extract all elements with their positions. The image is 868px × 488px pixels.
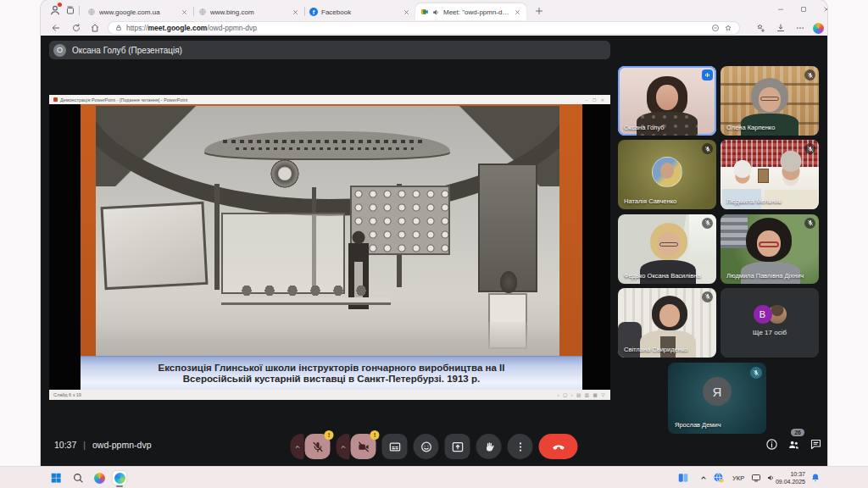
powerpoint-app-icon [53,97,58,102]
captions-button[interactable] [382,434,408,459]
audio-indicator-icon [702,69,713,80]
tab-row: www.google.com.uawww.bing.comfFacebookMe… [82,3,526,20]
present-button[interactable] [445,434,470,459]
monitor-icon [751,473,761,483]
caption-line-1: Експозиція Глинської школи інструкторів … [81,363,582,374]
raise-hand-button[interactable] [476,434,502,459]
taskbar-edge-button[interactable] [113,471,126,485]
participant-name: Федько Оксана Василівна [624,272,701,280]
tab-close-icon[interactable] [403,8,410,16]
participant-tile[interactable]: Наталія Савченко [618,140,716,209]
tab-close-icon[interactable] [514,8,521,16]
powerpoint-title-bar: Демонстрація PowerPoint - [Подання читан… [49,95,610,104]
participant-tile[interactable]: Світлана Свириденко [618,288,716,358]
participant-tile[interactable]: Людмила Мельник [721,140,819,209]
mic-off-button[interactable]: ! [305,434,331,459]
slide-counter: Слайд 6 з 19 [53,392,81,397]
tab-title: Meet: "owd-ppmn-dvp" [443,8,510,16]
downloads-icon[interactable] [776,23,786,33]
participant-tile[interactable]: Олена Карпенко [721,66,819,136]
browser-tab[interactable]: www.google.com.ua [82,3,193,20]
more-participants-tile[interactable]: ВЩе 17 осіб [721,288,819,358]
tab-close-icon[interactable] [181,8,188,16]
meeting-details-button[interactable] [765,438,778,451]
url-field[interactable]: https://meet.google.com/owd-ppmn-dvp [108,22,739,34]
network-status-icon[interactable] [712,471,726,485]
desktop: www.google.com.uawww.bing.comfFacebookMe… [0,0,868,488]
taskbar-clock[interactable]: 10:37 09.04.2025 [770,470,805,485]
maximize-icon [799,5,808,14]
divider [79,6,80,15]
powerpoint-view-icons[interactable]: ‹ ▢ › ▤ ▥ ▦ ▽ [558,392,606,397]
widgets-button[interactable] [676,471,690,485]
reactions-button[interactable] [414,434,439,459]
hidden-icons-button[interactable] [697,471,710,485]
powerpoint-window-buttons: – ☐ ✕ [586,97,606,103]
lock-icon [115,25,122,31]
search-icon [72,472,84,484]
camera-off-button[interactable]: ! [351,434,376,459]
window-minimize-button[interactable] [771,2,791,17]
mic-off-icon [702,218,713,229]
more-menu-icon[interactable] [795,23,805,33]
tab-close-icon[interactable] [292,8,299,16]
taskbar-search-button[interactable] [71,471,85,485]
copilot-icon[interactable] [813,23,824,34]
chevron-up-icon [293,443,301,451]
tab-favicon [420,8,429,16]
participant-name: Ярослав Демич [675,421,721,429]
browser-window: www.google.com.uawww.bing.comfFacebookMe… [41,0,827,466]
participant-name: Людмила Мельник [726,197,782,205]
participant-count-badge: 26 [791,429,804,436]
participant-name: Оксана Голуб [624,124,665,131]
back-icon[interactable] [51,23,61,33]
participant-tile[interactable]: Людмила Павлівна Діхнич [721,214,819,284]
taskbar-time: 10:37 [770,470,805,478]
collections-icon[interactable] [755,23,765,33]
taskbar-copilot-button[interactable] [92,471,106,485]
browser-tab[interactable]: fFacebook [304,3,415,20]
url-text: https://meet.google.com/owd-ppmn-dvp [126,24,257,32]
chat-button[interactable] [810,438,822,451]
end-call-button[interactable] [539,434,578,459]
stacked-avatars: В [721,305,819,324]
participant-tile[interactable]: Федько Оксана Василівна [618,214,716,284]
present-icon [451,441,464,453]
favorite-star-icon[interactable] [724,24,732,32]
slide: Експозиція Глинської школи інструкторів … [81,104,582,390]
edge-icon [114,473,125,484]
participant-name: Наталія Савченко [624,197,676,205]
camera-options-button[interactable] [337,434,350,459]
start-button[interactable] [49,471,63,485]
tab-audio-icon [432,8,440,16]
window-maximize-button[interactable] [793,2,814,17]
notifications-button[interactable] [809,471,822,485]
browser-tab[interactable]: www.bing.com [193,3,304,20]
slide-caption: Експозиція Глинської школи інструкторів … [81,356,582,390]
self-view-tile[interactable]: Я Ярослав Демич [668,363,766,434]
dots-v-icon [514,441,526,453]
mic-off-icon [750,367,762,379]
browser-essentials-icon[interactable] [711,24,720,32]
tab-actions-icon[interactable] [65,5,75,15]
refresh-icon[interactable] [71,23,81,33]
chevron-up-icon [339,443,347,451]
tab-favicon [198,8,207,16]
window-close-button[interactable] [816,2,827,17]
tab-strip: www.google.com.uawww.bing.comfFacebookMe… [41,0,827,20]
more-options-button[interactable] [508,434,533,459]
browser-tab[interactable]: Meet: "owd-ppmn-dvp" [415,3,526,20]
presenter-label: Оксана Голуб (Презентація) [72,46,182,55]
more-participants-label: Ще 17 осіб [721,329,819,336]
presenter-banner: О Оксана Голуб (Презентація) [49,41,610,59]
language-indicator[interactable]: УКР [732,474,744,482]
participant-tile[interactable]: Оксана Голуб [618,66,716,136]
cast-icon[interactable] [749,471,763,485]
participant-name: Світлана Свириденко [624,346,687,353]
home-icon[interactable] [90,23,100,33]
avatar: В [754,305,772,324]
mic-options-button[interactable] [291,434,304,459]
new-tab-button[interactable] [534,6,544,16]
participants-button[interactable]: 26 [787,438,800,451]
slide-photo [96,106,559,356]
